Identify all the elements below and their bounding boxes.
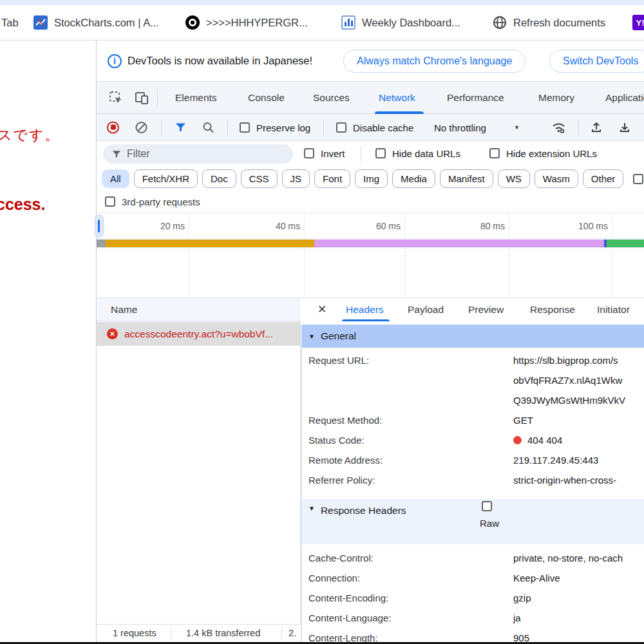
request-method-value: GET	[513, 415, 533, 426]
page-content: スです。 ccess.	[0, 41, 97, 642]
triangle-down-icon: ▼	[308, 505, 315, 512]
chip-font[interactable]: Font	[314, 169, 350, 188]
bookmark-stockcharts[interactable]: StockCharts.com | A...	[33, 15, 159, 30]
chip-img[interactable]: Img	[355, 169, 388, 188]
network-filter-row: Filter Invert Hide data URLs Hide extens…	[97, 141, 644, 166]
tab-headers[interactable]: Headers	[346, 298, 384, 321]
hide-data-urls-checkbox[interactable]	[375, 148, 386, 158]
chip-js[interactable]: JS	[282, 169, 310, 188]
network-conditions-icon[interactable]	[551, 121, 567, 134]
chip-all[interactable]: All	[102, 169, 129, 188]
devtools-panel: i DevTools is now available in Japanese!…	[97, 41, 644, 642]
bookmark-new-tab[interactable]: Tab	[1, 17, 19, 29]
clear-icon[interactable]	[135, 121, 147, 133]
blocked-checkbox-group[interactable]: Blocked	[633, 173, 644, 184]
device-toolbar-icon[interactable]	[134, 90, 149, 106]
chip-media[interactable]: Media	[392, 169, 435, 188]
third-party-checkbox[interactable]	[105, 196, 115, 207]
preserve-log-checkbox[interactable]	[240, 122, 250, 133]
network-filter-input[interactable]: Filter	[103, 144, 293, 164]
throttling-select[interactable]: No throttling	[434, 122, 486, 133]
tab-payload[interactable]: Payload	[408, 298, 444, 321]
tick-40ms: 40 ms	[255, 221, 300, 231]
response-headers-section-header[interactable]: ▼ Response Headers Raw	[302, 499, 644, 544]
chip-ws[interactable]: WS	[498, 169, 530, 188]
chip-other[interactable]: Other	[583, 169, 624, 188]
general-section-header[interactable]: ▼ General	[302, 325, 644, 348]
overview-drag-handle[interactable]	[95, 214, 104, 238]
content-language-label: Content-Language:	[308, 612, 391, 623]
tab-console[interactable]: Console	[248, 82, 285, 114]
cache-control-value: private, no-store, no-cach	[513, 553, 623, 564]
segment-download	[607, 240, 644, 247]
hide-data-urls-label[interactable]: Hide data URLs	[392, 148, 460, 159]
chip-css[interactable]: CSS	[241, 169, 278, 188]
close-icon[interactable]: ✕	[317, 303, 327, 316]
name-column-header[interactable]: Name	[97, 298, 301, 321]
disable-cache-label[interactable]: Disable cache	[353, 122, 413, 133]
hide-extension-urls-checkbox[interactable]	[489, 148, 500, 158]
info-icon: i	[108, 54, 122, 68]
disable-cache-checkbox[interactable]	[336, 122, 346, 133]
segment-waiting	[106, 240, 315, 247]
bookmark-refresh-documents[interactable]: Refresh documents	[493, 15, 605, 30]
bookmark-yahoo[interactable]: Y!	[632, 15, 644, 30]
connection-label: Connection:	[308, 573, 360, 583]
tab-performance[interactable]: Performance	[447, 82, 504, 114]
chevron-down-icon[interactable]: ▼	[514, 124, 520, 131]
content-language-value: ja	[513, 612, 521, 623]
hide-extension-urls-label[interactable]: Hide extension URLs	[506, 148, 597, 159]
inspect-element-icon[interactable]	[108, 90, 124, 106]
filter-funnel-icon[interactable]	[175, 122, 186, 132]
segment-queueing	[97, 240, 106, 247]
switch-devtools-button[interactable]: Switch DevTools	[549, 50, 644, 73]
invert-checkbox[interactable]	[304, 148, 314, 158]
request-url-line2: obVfqFRAZ7x.nlAq1Wkw	[513, 375, 622, 386]
tab-sources[interactable]: Sources	[313, 82, 350, 114]
tab-preview[interactable]: Preview	[468, 298, 504, 321]
network-overview: 20 ms 40 ms 60 ms 80 ms 100 ms	[97, 213, 644, 298]
gridline	[612, 213, 612, 298]
divider	[323, 120, 324, 135]
request-name: accesscodeentry.act?u=wbobVf...	[124, 328, 273, 340]
chip-fetch-xhr[interactable]: Fetch/XHR	[134, 169, 198, 188]
export-har-icon[interactable]	[618, 121, 631, 134]
tab-application[interactable]: Application	[605, 82, 644, 114]
record-button[interactable]	[107, 121, 119, 133]
content-encoding-value: gzip	[513, 592, 531, 603]
referrer-policy-label: Referrer Policy:	[308, 475, 375, 486]
chip-wasm[interactable]: Wasm	[535, 169, 578, 188]
network-status-bar: 1 requests 1.4 kB transferred 2.	[97, 624, 301, 642]
bookmark-label: Weekly Dashboard...	[362, 17, 460, 29]
third-party-label[interactable]: 3rd-party requests	[122, 196, 200, 207]
tab-network[interactable]: Network	[379, 82, 415, 114]
request-type-chips: All Fetch/XHR Doc CSS JS Font Img Media …	[97, 166, 644, 191]
tick-100ms: 100 ms	[563, 221, 608, 231]
chip-doc[interactable]: Doc	[202, 169, 236, 188]
request-row-selected[interactable]: ✕ accesscodeentry.act?u=wbobVf...	[97, 322, 301, 346]
gridline	[404, 213, 405, 298]
tab-memory[interactable]: Memory	[538, 82, 574, 114]
active-details-tab-underline	[342, 319, 390, 321]
chip-manifest[interactable]: Manifest	[440, 169, 493, 188]
overview-timeline-bar[interactable]	[97, 240, 644, 247]
bookmark-label: >>>>HHHYPERGR...	[206, 17, 308, 29]
tab-elements[interactable]: Elements	[175, 82, 217, 114]
segment-processing	[314, 240, 604, 247]
import-har-icon[interactable]	[590, 121, 603, 134]
preserve-log-label[interactable]: Preserve log	[256, 122, 310, 133]
bookmark-hhhypergr[interactable]: >>>>HHHYPERGR...	[185, 15, 308, 30]
search-icon[interactable]	[202, 121, 214, 133]
raw-checkbox[interactable]	[482, 501, 492, 511]
gridline	[509, 213, 509, 298]
tab-response[interactable]: Response	[530, 298, 575, 321]
bookmark-label: StockCharts.com | A...	[54, 17, 159, 29]
invert-label[interactable]: Invert	[321, 148, 345, 159]
bookmark-weekly-dashboard[interactable]: Weekly Dashboard...	[341, 15, 460, 30]
tab-initiator[interactable]: Initiator	[597, 298, 630, 321]
blocked-checkbox[interactable]	[633, 174, 643, 184]
match-language-button[interactable]: Always match Chrome's language	[343, 50, 526, 73]
raw-label[interactable]: Raw	[480, 518, 499, 529]
requests-count: 1 requests	[113, 628, 156, 638]
filter-placeholder: Filter	[127, 148, 150, 160]
